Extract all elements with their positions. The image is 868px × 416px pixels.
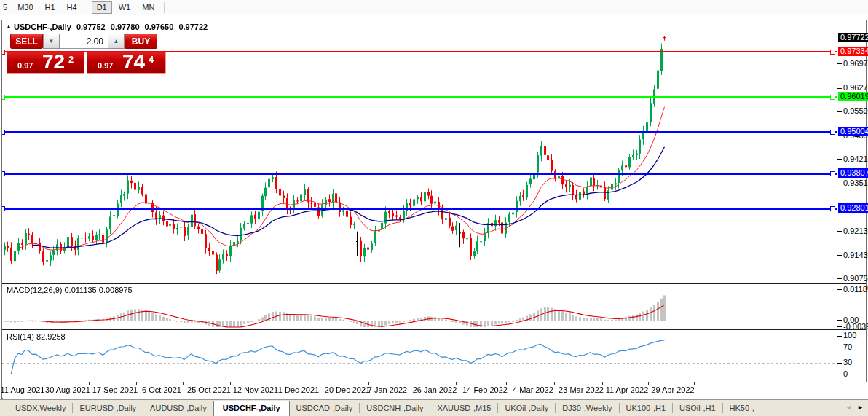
chart-tab-ukoil-daily[interactable]: UKOil-,Daily (498, 401, 555, 415)
price-tick-label: 0.96270 (843, 83, 868, 92)
ohlc-high: 0.97780 (111, 23, 140, 31)
sell-price-prefix: 0.97 (17, 61, 33, 70)
date-label: 1 Dec 2021 (278, 385, 319, 394)
chart-tab-usdcad-daily[interactable]: USDCAD-,Daily (290, 401, 360, 415)
sell-button[interactable]: SELL (10, 34, 43, 49)
price-tick-dash (837, 184, 842, 184)
sell-price-pips: 72 (42, 50, 65, 74)
buy-price-tile[interactable]: 0.97 74 4 (87, 52, 166, 74)
date-label: 25 Oct 2021 (187, 385, 231, 394)
macd-axis-label: -0.003944 (843, 322, 868, 331)
date-label: 14 Feb 2022 (462, 385, 508, 394)
macd-axis-label: 0.011853 (843, 285, 868, 294)
ohlc-close: 0.97722 (178, 23, 208, 31)
price-tick-label: 0.96970 (843, 59, 868, 68)
one-click-panel-toggle-icon[interactable]: ▲ (6, 23, 12, 30)
symbol-name: USDCHF-,Daily (14, 23, 71, 31)
volume-increase-button[interactable]: ▲ (108, 34, 125, 49)
date-label: 6 Oct 2021 (142, 385, 181, 394)
price-tick-dash (837, 63, 842, 64)
price-tick-label: 0.91430 (843, 251, 868, 259)
ohlc-open: 0.97752 (76, 23, 106, 31)
date-label: 7 Jan 2022 (368, 385, 407, 394)
date-label: 26 Jan 2022 (413, 385, 457, 394)
chart-tab-audusd-daily[interactable]: AUDUSD-,Daily (143, 401, 213, 415)
rsi-axis-label: 0 (843, 369, 848, 378)
date-tick (554, 382, 555, 385)
chart-window: ▲ USDCHF-,Daily 0.97752 0.97780 0.97650 … (1, 20, 867, 399)
price-tick-label: 0.92130 (843, 227, 868, 235)
price-badge: 0.95004 (838, 127, 868, 136)
sell-price-point: 2 (68, 54, 74, 65)
rsi-axis-label: 70 (843, 342, 852, 351)
date-tick (89, 382, 90, 385)
toolbar-separator (87, 2, 87, 13)
price-badge: 0.96019 (838, 92, 868, 101)
date-label: 11 Aug 2021 (1, 385, 45, 394)
macd-tick-dash (837, 289, 842, 290)
price-badge: 0.97334 (838, 47, 868, 56)
price-tick-label: 0.94210 (843, 154, 868, 163)
toolbar-separator (164, 2, 165, 13)
date-tick (277, 382, 277, 385)
date-tick (230, 382, 231, 385)
date-label: 29 Apr 2022 (651, 385, 694, 394)
chart-tab-usdcnh-daily[interactable]: USDCNH-,Daily (360, 401, 430, 415)
price-tick-dash (837, 255, 842, 256)
chart-tab-hk50[interactable]: HK50-, (723, 401, 761, 415)
tab-scroll-left-icon[interactable]: ◄ (845, 404, 852, 411)
date-label: 23 Mar 2022 (559, 385, 604, 394)
price-badge: 0.97722 (838, 33, 868, 42)
date-label: 20 Dec 2021 (325, 385, 370, 394)
price-axis-border (837, 21, 837, 382)
date-tick (320, 382, 320, 385)
price-tick-label: 0.95590 (843, 106, 868, 115)
date-tick (183, 382, 184, 385)
sell-price-tile[interactable]: 0.97 72 2 (7, 52, 84, 74)
price-tick-dash (837, 159, 842, 160)
chart-tab-xauusd-m15[interactable]: XAUUSD-,M15 (430, 401, 497, 415)
timeframe-button-5[interactable]: 5 (1, 1, 11, 14)
chart-tab-usdx-weekly[interactable]: USDX,Weekly (9, 401, 72, 415)
chart-tab-usdchf-daily[interactable]: USDCHF-,Daily (213, 401, 290, 416)
price-tick-dash (837, 111, 842, 112)
timeframe-button-w1[interactable]: W1 (114, 1, 136, 14)
timeframe-button-m30[interactable]: M30 (12, 1, 38, 14)
rsi-pane-canvas[interactable] (2, 330, 837, 382)
rsi-axis-label: 30 (843, 358, 852, 366)
date-axis[interactable]: 11 Aug 202130 Aug 202117 Sep 20216 Oct 2… (3, 382, 867, 399)
date-tick (506, 382, 507, 385)
timeframe-button-h1[interactable]: H1 (40, 1, 60, 14)
price-tick-dash (837, 278, 842, 279)
date-tick (456, 382, 457, 385)
rsi-label: RSI(14) 82.9258 (7, 332, 66, 341)
date-tick (694, 382, 695, 385)
tab-scroll-right-icon[interactable]: ► (857, 404, 864, 411)
timeframe-button-h4[interactable]: H4 (62, 1, 82, 14)
date-label: 11 Apr 2022 (606, 385, 649, 394)
timeframe-button-d1[interactable]: D1 (92, 1, 112, 14)
date-tick (648, 382, 649, 385)
chart-tab-usoil-h1[interactable]: USOil-,H1 (673, 401, 722, 415)
date-label: 30 Aug 2021 (45, 385, 90, 394)
volume-input[interactable] (60, 34, 108, 49)
buy-button[interactable]: BUY (125, 34, 157, 49)
price-badge: 0.93807 (838, 168, 868, 178)
price-tick-label: 0.93510 (843, 178, 868, 187)
macd-tick-dash (837, 326, 842, 327)
chart-tab-dj30-weekly[interactable]: DJ30-,Weekly (556, 401, 618, 415)
chart-tab-uk100-h1[interactable]: UK100-,H1 (620, 401, 672, 415)
chart-title: USDCHF-,Daily 0.97752 0.97780 0.97650 0.… (14, 23, 210, 31)
chart-tab-eurusd-daily[interactable]: EURUSD-,Daily (73, 401, 143, 415)
buy-price-prefix: 0.97 (98, 61, 113, 70)
chart-tab-bar: USDX,WeeklyEURUSD-,DailyAUDUSD-,DailyUSD… (0, 399, 868, 416)
volume-decrease-button[interactable]: ▼ (43, 34, 60, 49)
macd-tick-dash (837, 320, 842, 321)
timeframe-button-mn[interactable]: MN (137, 1, 159, 14)
price-badge: 0.92801 (838, 203, 868, 213)
macd-label: MACD(12,26,9) 0.011135 0.008975 (7, 286, 133, 294)
rsi-tick-dash (837, 348, 842, 348)
rsi-tick-dash (837, 336, 842, 337)
date-tick (602, 382, 603, 385)
rsi-tick-dash (837, 374, 842, 374)
